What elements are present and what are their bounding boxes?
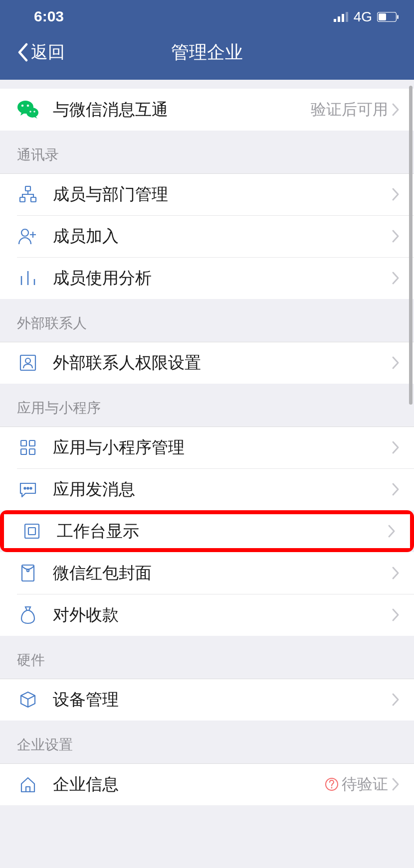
svg-rect-1	[338, 16, 340, 22]
chevron-right-icon	[391, 482, 400, 496]
svg-rect-2	[342, 14, 344, 22]
row-device-manage[interactable]: 设备管理	[0, 679, 414, 721]
status-bar: 6:03 4G	[0, 0, 414, 25]
svg-rect-21	[21, 449, 26, 454]
svg-point-29	[27, 570, 29, 572]
org-tree-icon	[17, 183, 39, 205]
row-workspace-display[interactable]: 工作台显示	[4, 514, 410, 548]
chevron-right-icon	[391, 187, 400, 201]
svg-rect-26	[25, 524, 39, 538]
row-external-permission[interactable]: 外部联系人权限设置	[0, 342, 414, 384]
scrollbar[interactable]	[409, 86, 413, 405]
svg-point-18	[25, 358, 30, 363]
row-value-verify: 待验证	[325, 774, 388, 795]
grid-icon	[17, 436, 39, 458]
cube-icon	[17, 689, 39, 711]
moneybag-icon	[17, 604, 39, 626]
row-enterprise-info[interactable]: 企业信息 待验证	[0, 763, 414, 805]
add-user-icon	[17, 225, 39, 247]
back-button[interactable]: 返回	[17, 41, 65, 64]
svg-point-10	[26, 108, 38, 118]
svg-rect-27	[28, 528, 35, 535]
status-time: 6:03	[34, 8, 64, 25]
battery-icon	[377, 12, 399, 22]
svg-point-11	[29, 111, 31, 113]
question-circle-icon	[325, 777, 339, 791]
row-external-payment[interactable]: 对外收款	[0, 594, 414, 636]
row-label: 对外收款	[53, 604, 391, 626]
row-label: 成员加入	[53, 225, 391, 248]
row-app-send-msg[interactable]: 应用发消息	[0, 468, 414, 510]
signal-icon	[334, 12, 349, 22]
verify-text: 待验证	[342, 774, 388, 795]
svg-rect-20	[29, 440, 35, 446]
home-icon	[17, 773, 39, 795]
row-label: 应用发消息	[53, 478, 391, 501]
svg-point-9	[27, 105, 29, 107]
chevron-right-icon	[391, 271, 400, 285]
section-header-contacts: 通讯录	[0, 131, 414, 173]
row-label: 设备管理	[53, 689, 391, 711]
row-label: 成员与部门管理	[53, 183, 391, 206]
svg-rect-0	[334, 19, 336, 22]
highlight-annotation: 工作台显示	[0, 510, 414, 552]
svg-rect-3	[346, 12, 348, 22]
svg-point-24	[27, 487, 28, 489]
row-app-manage[interactable]: 应用与小程序管理	[0, 427, 414, 468]
row-redpacket-cover[interactable]: 微信红包封面	[0, 552, 414, 594]
chevron-right-icon	[391, 777, 400, 791]
row-members-dept[interactable]: 成员与部门管理	[0, 173, 414, 215]
row-label: 微信红包封面	[53, 562, 391, 584]
svg-rect-14	[20, 197, 25, 202]
row-label: 工作台显示	[57, 520, 387, 543]
chevron-right-icon	[391, 103, 400, 117]
row-usage-analysis[interactable]: 成员使用分析	[0, 257, 414, 299]
svg-rect-22	[29, 449, 35, 454]
chevron-right-icon	[391, 356, 400, 370]
section-header-external: 外部联系人	[0, 299, 414, 342]
chevron-right-icon	[391, 693, 400, 707]
svg-point-23	[24, 487, 25, 489]
section-header-apps: 应用与小程序	[0, 384, 414, 427]
chevron-right-icon	[391, 566, 400, 580]
row-wechat-interop[interactable]: 与微信消息互通 验证后可用	[0, 89, 414, 131]
section-header-enterprise: 企业设置	[0, 721, 414, 763]
wechat-icon	[17, 99, 39, 121]
section-header-hardware: 硬件	[0, 636, 414, 679]
svg-rect-5	[379, 13, 386, 20]
row-label: 外部联系人权限设置	[53, 352, 391, 374]
network-label: 4G	[354, 9, 372, 25]
row-label: 应用与小程序管理	[53, 436, 391, 459]
message-icon	[17, 478, 39, 500]
contact-card-icon	[17, 352, 39, 374]
back-chevron-icon	[17, 43, 28, 62]
svg-point-16	[21, 229, 28, 236]
svg-rect-6	[397, 15, 399, 19]
svg-point-12	[33, 111, 35, 113]
chevron-right-icon	[391, 608, 400, 622]
svg-rect-19	[21, 440, 26, 446]
nav-header: 返回 管理企业	[0, 25, 414, 80]
svg-point-31	[331, 787, 333, 789]
status-indicators: 4G	[334, 9, 399, 25]
row-member-join[interactable]: 成员加入	[0, 215, 414, 257]
svg-point-8	[21, 105, 24, 107]
row-label: 成员使用分析	[53, 267, 391, 289]
back-label: 返回	[31, 41, 65, 64]
chevron-right-icon	[387, 524, 396, 538]
row-label: 企业信息	[53, 773, 325, 796]
envelope-icon	[17, 562, 39, 584]
row-label: 与微信消息互通	[53, 99, 311, 121]
svg-point-25	[30, 487, 31, 489]
svg-rect-15	[31, 197, 36, 202]
bar-chart-icon	[17, 267, 39, 289]
chevron-right-icon	[391, 440, 400, 454]
workspace-icon	[21, 520, 43, 542]
row-value: 验证后可用	[311, 99, 388, 120]
svg-rect-13	[25, 186, 30, 191]
chevron-right-icon	[391, 229, 400, 243]
